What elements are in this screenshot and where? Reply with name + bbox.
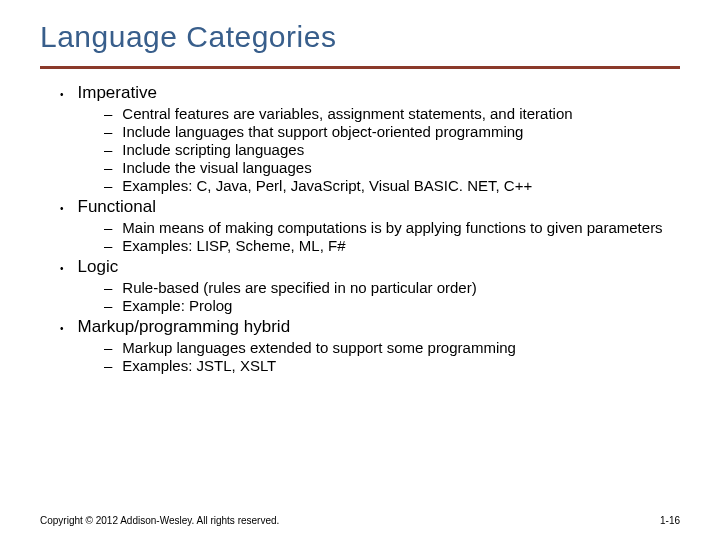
dash-icon: – [104, 357, 112, 375]
dash-icon: – [104, 177, 112, 195]
category-name: Markup/programming hybrid [78, 317, 291, 337]
dash-icon: – [104, 141, 112, 159]
sub-item: –Markup languages extended to support so… [104, 339, 680, 357]
sub-item: –Example: Prolog [104, 297, 680, 315]
sub-item: –Include the visual languages [104, 159, 680, 177]
category-name: Functional [78, 197, 156, 217]
sub-list: –Markup languages extended to support so… [60, 339, 680, 375]
sub-item: –Examples: C, Java, Perl, JavaScript, Vi… [104, 177, 680, 195]
list-item: • Imperative –Central features are varia… [60, 83, 680, 195]
dash-icon: – [104, 279, 112, 297]
sub-list: –Central features are variables, assignm… [60, 105, 680, 195]
bullet-row: • Functional [60, 197, 680, 219]
bullet-icon: • [60, 85, 64, 105]
category-name: Imperative [78, 83, 157, 103]
dash-icon: – [104, 159, 112, 177]
bullet-icon: • [60, 319, 64, 339]
sub-item: –Main means of making computations is by… [104, 219, 680, 237]
slide-content: • Imperative –Central features are varia… [40, 83, 680, 375]
list-item: • Functional –Main means of making compu… [60, 197, 680, 255]
dash-icon: – [104, 339, 112, 357]
slide: Language Categories • Imperative –Centra… [0, 0, 720, 375]
dash-icon: – [104, 297, 112, 315]
list-item: • Markup/programming hybrid –Markup lang… [60, 317, 680, 375]
sub-item: –Include languages that support object-o… [104, 123, 680, 141]
list-item: • Logic –Rule-based (rules are specified… [60, 257, 680, 315]
dash-icon: – [104, 237, 112, 255]
category-list: • Imperative –Central features are varia… [40, 83, 680, 375]
bullet-icon: • [60, 199, 64, 219]
dash-icon: – [104, 123, 112, 141]
bullet-row: • Imperative [60, 83, 680, 105]
sub-item: –Include scripting languages [104, 141, 680, 159]
sub-list: –Rule-based (rules are specified in no p… [60, 279, 680, 315]
sub-item: –Rule-based (rules are specified in no p… [104, 279, 680, 297]
bullet-row: • Markup/programming hybrid [60, 317, 680, 339]
dash-icon: – [104, 219, 112, 237]
sub-item: –Examples: LISP, Scheme, ML, F# [104, 237, 680, 255]
bullet-row: • Logic [60, 257, 680, 279]
bullet-icon: • [60, 259, 64, 279]
sub-item: –Examples: JSTL, XSLT [104, 357, 680, 375]
sub-item: –Central features are variables, assignm… [104, 105, 680, 123]
dash-icon: – [104, 105, 112, 123]
page-number: 1-16 [660, 515, 680, 526]
sub-list: –Main means of making computations is by… [60, 219, 680, 255]
copyright-text: Copyright © 2012 Addison-Wesley. All rig… [40, 515, 279, 526]
slide-title: Language Categories [40, 20, 680, 54]
category-name: Logic [78, 257, 119, 277]
slide-footer: Copyright © 2012 Addison-Wesley. All rig… [40, 515, 680, 526]
title-rule [40, 66, 680, 69]
